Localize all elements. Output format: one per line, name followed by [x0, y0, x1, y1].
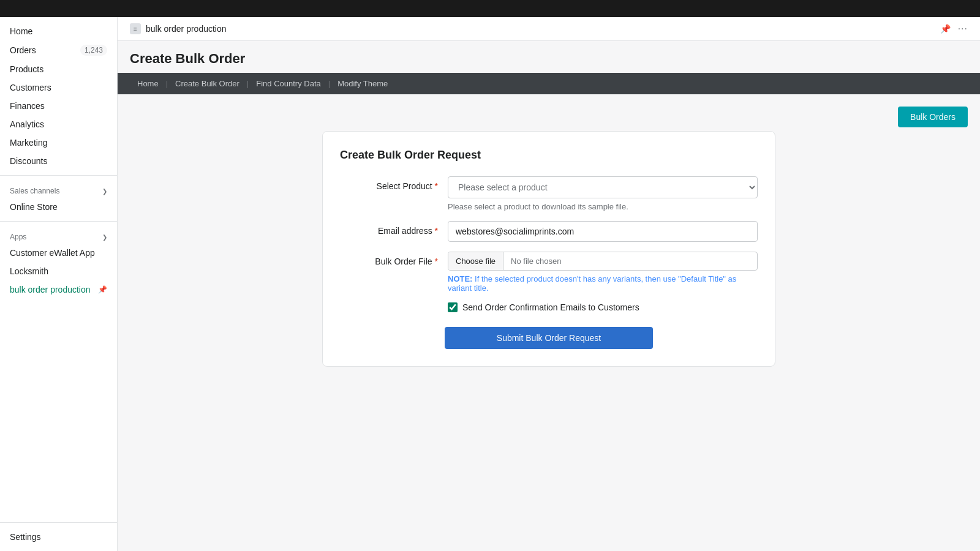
file-name-display: No file chosen — [503, 252, 757, 270]
sidebar-item-bulk-order-production[interactable]: bulk order production 📌 — [0, 280, 117, 299]
page-title: Create Bulk Order — [130, 51, 968, 67]
bulk-order-file-label: Bulk Order File * — [340, 252, 438, 266]
apps-header: Apps ❯ — [0, 227, 117, 244]
sales-channels-chevron-icon: ❯ — [102, 188, 107, 195]
top-bar — [0, 0, 980, 17]
submit-btn-wrapper: Submit Bulk Order Request — [340, 327, 758, 349]
bulk-order-file-row: Bulk Order File * Choose file No file ch… — [340, 252, 758, 293]
sales-channels-header: Sales channels ❯ — [0, 181, 117, 198]
sub-nav-modify-theme[interactable]: Modify Theme — [330, 73, 395, 94]
sidebar-item-locksmith[interactable]: Locksmith — [0, 262, 117, 280]
page-header-left: ≡ bulk order production — [130, 23, 227, 34]
send-confirmation-checkbox[interactable] — [448, 302, 458, 312]
sidebar-item-customer-ewallet[interactable]: Customer eWallet App — [0, 244, 117, 262]
sidebar-item-marketing[interactable]: Marketing — [0, 133, 117, 152]
page-title-area: Create Bulk Order — [118, 41, 980, 73]
main-content: ≡ bulk order production 📌 ··· Create Bul… — [118, 17, 980, 551]
sidebar-item-products[interactable]: Products — [0, 60, 117, 78]
apps-chevron-icon: ❯ — [102, 234, 107, 241]
email-address-row: Email address * — [340, 221, 758, 242]
sub-nav: Home | Create Bulk Order | Find Country … — [118, 73, 980, 94]
sub-nav-create-bulk-order[interactable]: Create Bulk Order — [168, 73, 247, 94]
page-header-title: bulk order production — [146, 24, 227, 34]
choose-file-button[interactable]: Choose file — [448, 252, 503, 270]
more-options-button[interactable]: ··· — [958, 23, 968, 34]
sidebar-item-orders[interactable]: Orders 1,243 — [0, 40, 117, 60]
pin-icon: 📌 — [98, 285, 107, 294]
email-address-input[interactable] — [448, 221, 758, 242]
sidebar-item-customers[interactable]: Customers — [0, 78, 117, 97]
checkbox-row: Send Order Confirmation Emails to Custom… — [340, 302, 758, 312]
submit-button[interactable]: Submit Bulk Order Request — [445, 327, 653, 349]
email-address-label: Email address * — [340, 221, 438, 236]
file-input-wrapper: Choose file No file chosen — [448, 252, 758, 271]
page-header-actions: 📌 ··· — [940, 23, 968, 34]
page-header-app-icon: ≡ — [130, 23, 141, 34]
sub-nav-find-country-data[interactable]: Find Country Data — [249, 73, 328, 94]
sidebar-item-home[interactable]: Home — [0, 22, 117, 40]
sidebar: Home Orders 1,243 Products Customers Fin… — [0, 17, 118, 551]
product-help-text: Please select a product to download its … — [448, 202, 758, 211]
pin-button[interactable]: 📌 — [940, 24, 951, 34]
app-wrapper: Home Orders 1,243 Products Customers Fin… — [0, 17, 980, 551]
form-card-title: Create Bulk Order Request — [340, 149, 758, 162]
sidebar-bottom: Settings — [0, 522, 117, 551]
select-product-label: Select Product * — [340, 176, 438, 191]
select-product-row: Select Product * Please select a product… — [340, 176, 758, 211]
sub-nav-home[interactable]: Home — [130, 73, 166, 94]
sidebar-nav: Home Orders 1,243 Products Customers Fin… — [0, 17, 117, 522]
sidebar-item-discounts[interactable]: Discounts — [0, 152, 117, 170]
send-confirmation-label: Send Order Confirmation Emails to Custom… — [462, 302, 639, 312]
sidebar-divider-1 — [0, 175, 117, 176]
sidebar-item-online-store[interactable]: Online Store — [0, 198, 117, 216]
sidebar-item-analytics[interactable]: Analytics — [0, 115, 117, 133]
page-header-bar: ≡ bulk order production 📌 ··· — [118, 17, 980, 41]
note-text: NOTE: If the selected product doesn't ha… — [448, 274, 758, 293]
sidebar-item-finances[interactable]: Finances — [0, 97, 117, 115]
content-area: Bulk Orders Create Bulk Order Request Se… — [118, 94, 980, 551]
select-product-dropdown[interactable]: Please select a product — [448, 176, 758, 198]
sidebar-divider-2 — [0, 221, 117, 222]
bulk-orders-button[interactable]: Bulk Orders — [898, 107, 968, 127]
form-card: Create Bulk Order Request Select Product… — [322, 131, 775, 367]
sidebar-item-settings[interactable]: Settings — [0, 528, 117, 546]
